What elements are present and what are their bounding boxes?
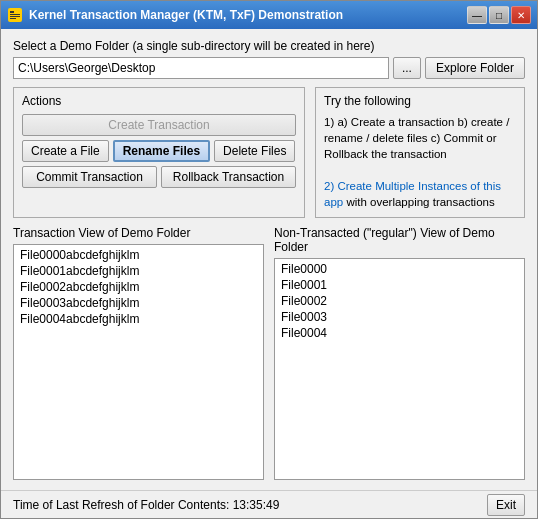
actions-row-2: Create a File Rename Files Delete Files xyxy=(22,140,296,162)
rollback-transaction-button[interactable]: Rollback Transaction xyxy=(161,166,296,188)
exit-button[interactable]: Exit xyxy=(487,494,525,516)
list-item[interactable]: File0003 xyxy=(277,309,522,325)
list-item[interactable]: File0002abcdefghijklm xyxy=(16,279,261,295)
app-icon xyxy=(7,7,23,23)
status-time: 13:35:49 xyxy=(233,498,280,512)
commit-transaction-button[interactable]: Commit Transaction xyxy=(22,166,157,188)
browse-button[interactable]: ... xyxy=(393,57,421,79)
folder-row: ... Explore Folder xyxy=(13,57,525,79)
explore-folder-button[interactable]: Explore Folder xyxy=(425,57,525,79)
transaction-view-title: Transaction View of Demo Folder xyxy=(13,226,264,240)
folder-path-input[interactable] xyxy=(13,57,389,79)
status-label: Time of Last Refresh of Folder Contents: xyxy=(13,498,229,512)
maximize-button[interactable]: □ xyxy=(489,6,509,24)
non-transacted-view-list[interactable]: File0000File0001File0002File0003File0004 xyxy=(274,258,525,480)
list-item[interactable]: File0004 xyxy=(277,325,522,341)
minimize-button[interactable]: — xyxy=(467,6,487,24)
close-button[interactable]: ✕ xyxy=(511,6,531,24)
try-text: 1) a) Create a transaction b) create / r… xyxy=(324,114,516,211)
status-text: Time of Last Refresh of Folder Contents:… xyxy=(13,498,279,512)
try-title: Try the following xyxy=(324,94,516,108)
actions-row-3: Commit Transaction Rollback Transaction xyxy=(22,166,296,188)
try-line1: 1) a) Create a transaction b) create / r… xyxy=(324,116,509,160)
status-bar: Time of Last Refresh of Folder Contents:… xyxy=(1,490,537,518)
list-item[interactable]: File0001abcdefghijklm xyxy=(16,263,261,279)
title-bar-left: Kernel Transaction Manager (KTM, TxF) De… xyxy=(7,7,343,23)
window-title: Kernel Transaction Manager (KTM, TxF) De… xyxy=(29,8,343,22)
non-transacted-view-panel: Non-Transacted ("regular") View of Demo … xyxy=(274,226,525,480)
list-item[interactable]: File0003abcdefghijklm xyxy=(16,295,261,311)
try-panel: Try the following 1) a) Create a transac… xyxy=(315,87,525,218)
svg-rect-2 xyxy=(10,14,20,15)
main-window: Kernel Transaction Manager (KTM, TxF) De… xyxy=(0,0,538,519)
create-transaction-button[interactable]: Create Transaction xyxy=(22,114,296,136)
content-area: Select a Demo Folder (a single sub-direc… xyxy=(1,29,537,490)
list-item[interactable]: File0001 xyxy=(277,277,522,293)
lists-section: Transaction View of Demo Folder File0000… xyxy=(13,226,525,480)
list-item[interactable]: File0000abcdefghijklm xyxy=(16,247,261,263)
rename-files-button[interactable]: Rename Files xyxy=(113,140,210,162)
list-item[interactable]: File0002 xyxy=(277,293,522,309)
svg-rect-3 xyxy=(10,16,20,17)
create-file-button[interactable]: Create a File xyxy=(22,140,109,162)
actions-grid: Create Transaction Create a File Rename … xyxy=(22,114,296,188)
actions-row-1: Create Transaction xyxy=(22,114,296,136)
list-item[interactable]: File0004abcdefghijklm xyxy=(16,311,261,327)
title-bar-buttons: — □ ✕ xyxy=(467,6,531,24)
actions-title: Actions xyxy=(22,94,296,108)
svg-rect-1 xyxy=(10,11,14,13)
try-line2-part2: with overlapping transactions xyxy=(343,196,495,208)
folder-section: Select a Demo Folder (a single sub-direc… xyxy=(13,39,525,79)
folder-label: Select a Demo Folder (a single sub-direc… xyxy=(13,39,525,53)
delete-files-button[interactable]: Delete Files xyxy=(214,140,295,162)
transaction-view-panel: Transaction View of Demo Folder File0000… xyxy=(13,226,264,480)
list-item[interactable]: File0000 xyxy=(277,261,522,277)
middle-section: Actions Create Transaction Create a File… xyxy=(13,87,525,218)
actions-panel: Actions Create Transaction Create a File… xyxy=(13,87,305,218)
title-bar: Kernel Transaction Manager (KTM, TxF) De… xyxy=(1,1,537,29)
non-transacted-view-title: Non-Transacted ("regular") View of Demo … xyxy=(274,226,525,254)
transaction-view-list[interactable]: File0000abcdefghijklmFile0001abcdefghijk… xyxy=(13,244,264,480)
svg-rect-4 xyxy=(10,18,16,19)
